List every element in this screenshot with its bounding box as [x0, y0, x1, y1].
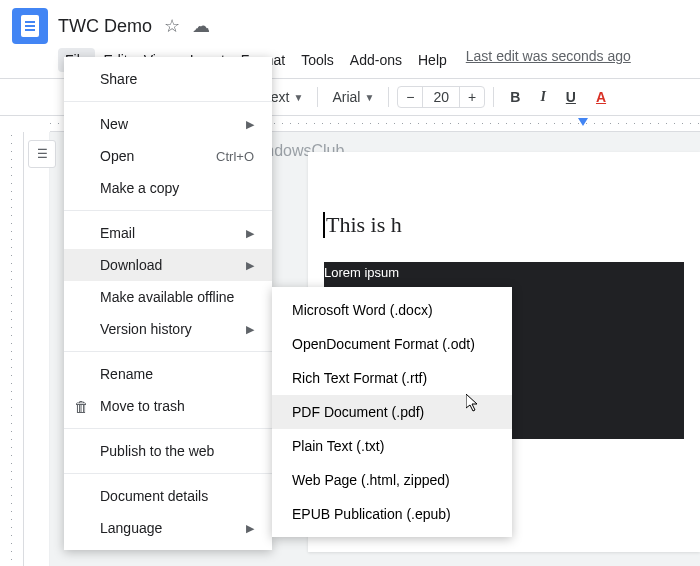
shortcut-label: Ctrl+O — [216, 149, 254, 164]
star-icon[interactable]: ☆ — [164, 15, 180, 37]
trash-icon: 🗑 — [74, 398, 89, 415]
font-size-decrease[interactable]: − — [398, 87, 422, 107]
menu-version-history[interactable]: Version history▶ — [64, 313, 272, 345]
text-color-button[interactable]: A — [588, 85, 614, 109]
menu-tools[interactable]: Tools — [294, 48, 341, 72]
separator — [64, 351, 272, 352]
font-size-control: − 20 + — [397, 86, 485, 108]
menu-download[interactable]: Download▶ — [64, 249, 272, 281]
menu-addons[interactable]: Add-ons — [343, 48, 409, 72]
download-rtf[interactable]: Rich Text Format (.rtf) — [272, 361, 512, 395]
menu-document-details[interactable]: Document details — [64, 480, 272, 512]
download-epub[interactable]: EPUB Publication (.epub) — [272, 497, 512, 531]
download-submenu: Microsoft Word (.docx) OpenDocument Form… — [272, 287, 512, 537]
font-size-value[interactable]: 20 — [422, 87, 460, 107]
vertical-ruler[interactable] — [0, 132, 24, 566]
chevron-right-icon: ▶ — [246, 118, 254, 131]
indent-marker-icon[interactable] — [578, 118, 588, 128]
separator — [64, 473, 272, 474]
docs-logo[interactable] — [12, 8, 48, 44]
chevron-right-icon: ▶ — [246, 227, 254, 240]
cloud-status-icon[interactable]: ☁ — [192, 15, 210, 37]
download-pdf[interactable]: PDF Document (.pdf) — [272, 395, 512, 429]
menu-trash[interactable]: 🗑Move to trash — [64, 390, 272, 422]
bold-button[interactable]: B — [502, 85, 528, 109]
menu-help[interactable]: Help — [411, 48, 454, 72]
download-txt[interactable]: Plain Text (.txt) — [272, 429, 512, 463]
chevron-right-icon: ▶ — [246, 259, 254, 272]
document-title[interactable]: TWC Demo — [58, 16, 152, 37]
chevron-right-icon: ▶ — [246, 323, 254, 336]
menu-language[interactable]: Language▶ — [64, 512, 272, 544]
chevron-down-icon: ▼ — [364, 92, 374, 103]
separator — [493, 87, 494, 107]
separator — [317, 87, 318, 107]
menu-email[interactable]: Email▶ — [64, 217, 272, 249]
font-selector-label: Arial — [332, 89, 360, 105]
menu-rename[interactable]: Rename — [64, 358, 272, 390]
separator — [388, 87, 389, 107]
svg-marker-0 — [578, 118, 588, 126]
font-size-increase[interactable]: + — [460, 87, 484, 107]
menu-make-copy[interactable]: Make a copy — [64, 172, 272, 204]
menu-new[interactable]: New▶ — [64, 108, 272, 140]
italic-button[interactable]: I — [532, 85, 553, 109]
menu-publish[interactable]: Publish to the web — [64, 435, 272, 467]
chevron-right-icon: ▶ — [246, 522, 254, 535]
menu-offline[interactable]: Make available offline — [64, 281, 272, 313]
download-docx[interactable]: Microsoft Word (.docx) — [272, 293, 512, 327]
separator — [64, 210, 272, 211]
file-menu-dropdown: Share New▶ OpenCtrl+O Make a copy Email▶… — [64, 57, 272, 550]
menu-open[interactable]: OpenCtrl+O — [64, 140, 272, 172]
separator — [64, 428, 272, 429]
download-odt[interactable]: OpenDocument Format (.odt) — [272, 327, 512, 361]
last-edit-link[interactable]: Last edit was seconds ago — [466, 48, 631, 72]
underline-button[interactable]: U — [558, 85, 584, 109]
font-selector[interactable]: Arial ▼ — [326, 85, 380, 109]
separator — [64, 101, 272, 102]
document-heading[interactable]: This is h — [323, 212, 684, 238]
download-html[interactable]: Web Page (.html, zipped) — [272, 463, 512, 497]
chevron-down-icon: ▼ — [293, 92, 303, 103]
menu-share[interactable]: Share — [64, 63, 272, 95]
